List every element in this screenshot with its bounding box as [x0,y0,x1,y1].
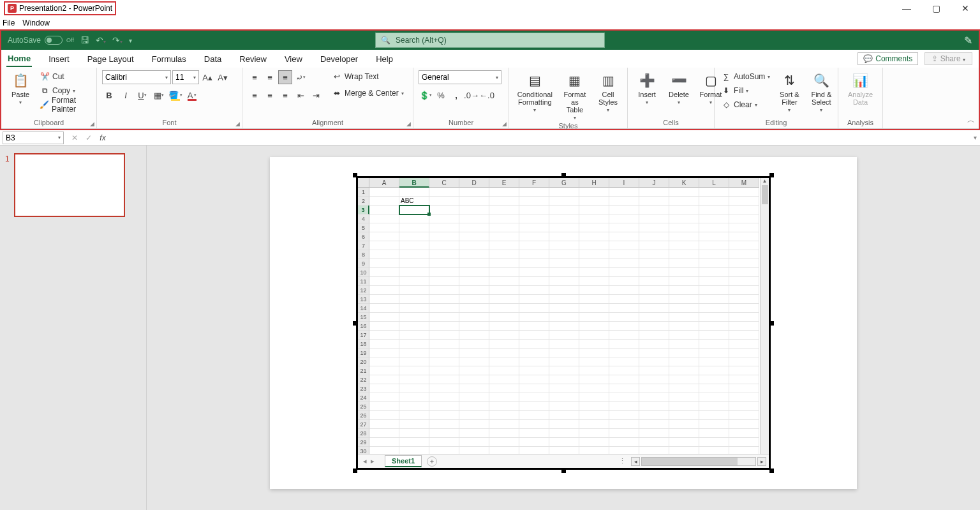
cell[interactable] [639,411,669,420]
cell[interactable] [579,232,609,241]
cell[interactable] [459,268,489,277]
cell[interactable] [699,357,729,366]
cell[interactable] [609,366,639,375]
cell[interactable] [639,357,669,366]
name-box[interactable]: B3▾ [3,131,64,144]
cell[interactable] [429,447,459,454]
cell[interactable] [369,250,399,259]
cell[interactable] [519,322,549,331]
cell[interactable] [399,411,429,420]
bold-icon[interactable]: B [102,88,116,102]
sort-filter-button[interactable]: ⇅Sort & Filter▾ [775,70,803,114]
cell[interactable] [669,214,699,223]
cell[interactable] [489,241,519,250]
cell[interactable] [429,366,459,375]
row-headers[interactable]: 1234567891011121314151617181920212223242… [358,188,369,454]
enter-formula-icon[interactable]: ✓ [83,133,94,142]
cell[interactable] [399,366,429,375]
cell[interactable] [669,375,699,384]
cell[interactable] [429,277,459,286]
cell[interactable] [669,295,699,304]
cell[interactable] [669,232,699,241]
cell[interactable] [699,277,729,286]
row-header[interactable]: 6 [358,232,369,241]
row-header[interactable]: 14 [358,304,369,313]
sheet-prev-icon[interactable]: ◂ [363,457,367,465]
cell[interactable] [639,429,669,438]
fill-button[interactable]: ⬇Fill ▾ [720,84,771,97]
autosum-button[interactable]: ∑AutoSum ▾ [720,70,771,83]
cell[interactable] [429,241,459,250]
cell[interactable] [519,420,549,429]
cell[interactable] [669,304,699,313]
cell[interactable] [549,241,579,250]
cell[interactable] [519,340,549,349]
cell[interactable] [729,214,759,223]
cell[interactable] [579,197,609,206]
cell[interactable] [459,331,489,340]
close-button[interactable]: ✕ [951,0,980,17]
cell[interactable] [399,295,429,304]
cell[interactable] [699,214,729,223]
cell[interactable] [609,223,639,232]
cell[interactable] [369,313,399,322]
cell[interactable] [639,393,669,402]
tab-home[interactable]: Home [6,51,32,67]
row-header[interactable]: 8 [358,250,369,259]
increase-decimal-icon[interactable]: .0→ [464,88,479,102]
cell[interactable] [459,188,489,197]
cell[interactable] [609,340,639,349]
column-header[interactable]: M [729,178,759,188]
column-header[interactable]: C [429,178,459,188]
borders-icon[interactable]: ▦▾ [152,88,166,102]
cell[interactable] [549,447,579,454]
cell[interactable] [609,214,639,223]
cell[interactable] [579,188,609,197]
cell[interactable] [459,223,489,232]
cell[interactable] [399,357,429,366]
format-painter-button[interactable]: 🖌️Format Painter [38,98,91,111]
cell[interactable] [579,375,609,384]
cell[interactable] [369,286,399,295]
cell[interactable] [699,447,729,454]
cell[interactable] [429,340,459,349]
cell[interactable] [579,402,609,411]
cell[interactable] [699,286,729,295]
cell[interactable] [729,223,759,232]
cell[interactable] [459,420,489,429]
cell[interactable] [669,357,699,366]
cell[interactable] [549,322,579,331]
cell[interactable] [519,286,549,295]
cell[interactable] [399,223,429,232]
cell[interactable] [459,393,489,402]
cell[interactable] [729,259,759,268]
cell[interactable] [429,268,459,277]
cell[interactable] [669,420,699,429]
cell[interactable] [669,268,699,277]
cell[interactable] [699,268,729,277]
paste-button[interactable]: 📋 Paste ▾ [6,70,34,107]
cell[interactable] [369,349,399,357]
cell[interactable] [609,349,639,357]
cell[interactable] [519,304,549,313]
cell[interactable] [459,295,489,304]
cell[interactable] [399,429,429,438]
cell[interactable] [699,438,729,447]
fx-icon[interactable]: fx [97,133,108,142]
cell[interactable] [549,411,579,420]
cell[interactable] [639,188,669,197]
sheet-next-icon[interactable]: ▸ [371,457,375,465]
cell[interactable] [399,393,429,402]
cell[interactable] [549,295,579,304]
row-header[interactable]: 3 [358,206,369,214]
decrease-font-icon[interactable]: A▾ [216,70,230,84]
column-header[interactable]: A [369,178,399,188]
cell[interactable] [729,250,759,259]
row-header[interactable]: 15 [358,313,369,322]
cell[interactable] [729,277,759,286]
cell[interactable] [669,349,699,357]
cell[interactable] [429,304,459,313]
cell[interactable] [429,393,459,402]
cell[interactable] [369,223,399,232]
row-header[interactable]: 29 [358,438,369,447]
